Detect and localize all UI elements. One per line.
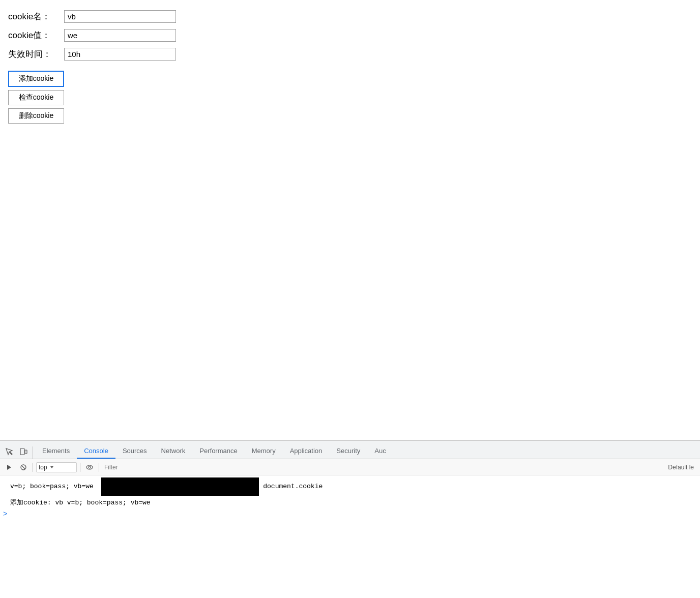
tab-elements[interactable]: Elements (35, 444, 77, 459)
console-separator-3 (99, 463, 99, 472)
console-line-2: 添加cookie: vb v=b; book=pass; vb=we (0, 497, 700, 509)
console-input[interactable] (9, 511, 697, 518)
device-toolbar-icon[interactable] (16, 444, 31, 459)
cookie-name-input[interactable] (64, 10, 176, 23)
page-content: cookie名： cookie值： 失效时间： 添加cookie 检查cooki… (0, 0, 700, 134)
tab-console[interactable]: Console (77, 444, 115, 459)
svg-point-7 (89, 466, 91, 468)
svg-marker-2 (7, 465, 11, 470)
console-prompt: > (3, 510, 7, 518)
buttons-section: 添加cookie 检查cookie 删除cookie (8, 71, 692, 124)
eye-icon[interactable] (83, 461, 96, 473)
check-cookie-button[interactable]: 检查cookie (8, 90, 64, 105)
devtools-tabs: Elements Console Sources Network Perform… (0, 441, 700, 459)
tab-memory[interactable]: Memory (245, 444, 283, 459)
console-toolbar: top Default le (0, 459, 700, 475)
cookie-value-row: cookie值： (8, 29, 692, 42)
svg-marker-5 (50, 466, 53, 468)
svg-rect-0 (20, 448, 24, 455)
devtools-panel: Elements Console Sources Network Perform… (0, 440, 700, 598)
delete-cookie-button[interactable]: 删除cookie (8, 108, 64, 124)
cookie-name-label: cookie名： (8, 11, 64, 22)
context-selector[interactable]: top (36, 462, 77, 472)
expiry-row: 失效时间： (8, 48, 692, 61)
cookie-value-input[interactable] (64, 29, 176, 42)
inspect-element-icon[interactable] (2, 444, 16, 459)
svg-rect-1 (25, 450, 27, 454)
clear-console-icon[interactable] (17, 461, 30, 473)
expiry-label: 失效时间： (8, 48, 64, 60)
tab-application[interactable]: Application (283, 444, 330, 459)
console-separator-2 (80, 463, 80, 472)
default-levels-label: Default le (668, 464, 697, 471)
console-separator-1 (33, 463, 33, 472)
chevron-down-icon (49, 465, 54, 470)
console-output: v=b; book=pass; vb=we Tue Apr 16 2019 00… (0, 475, 700, 598)
console-input-line: > (0, 509, 700, 519)
tab-security[interactable]: Security (329, 444, 367, 459)
add-cookie-button[interactable]: 添加cookie (8, 71, 64, 87)
svg-point-6 (86, 465, 93, 469)
tab-performance[interactable]: Performance (192, 444, 244, 459)
cookie-value-label: cookie值： (8, 29, 64, 41)
tab-network[interactable]: Network (154, 444, 193, 459)
console-line-1-text: v=b; book=pass; vb=we Tue Apr 16 2019 00… (10, 477, 697, 496)
toolbar-separator (33, 446, 33, 459)
filter-input[interactable] (102, 464, 666, 471)
context-label: top (39, 464, 47, 471)
expiry-input[interactable] (64, 48, 176, 61)
svg-line-4 (22, 466, 25, 469)
console-line-2-text: 添加cookie: vb v=b; book=pass; vb=we (10, 498, 697, 507)
cookie-name-row: cookie名： (8, 10, 692, 23)
run-icon[interactable] (3, 461, 15, 473)
tab-sources[interactable]: Sources (115, 444, 154, 459)
tab-audits[interactable]: Auc (367, 444, 393, 459)
console-line-1: v=b; book=pass; vb=we Tue Apr 16 2019 00… (0, 476, 700, 497)
